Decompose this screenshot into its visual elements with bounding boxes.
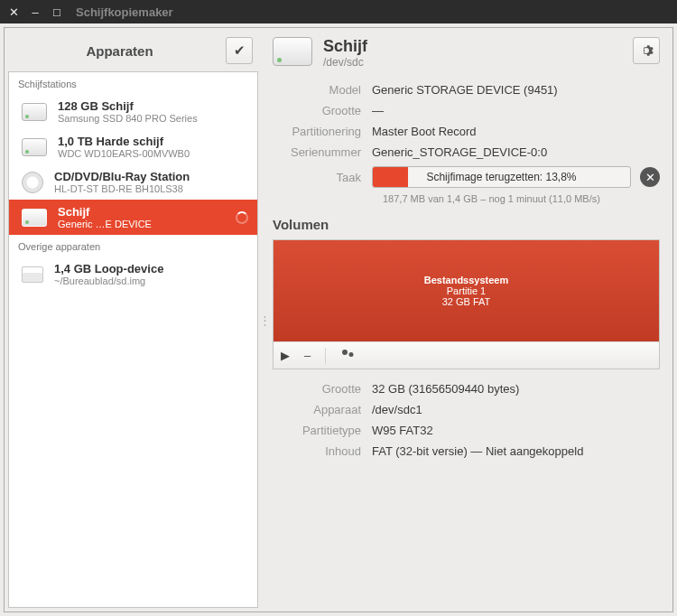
volume-frame: Bestandssysteem Partitie 1 32 GB FAT ▶ – (273, 239, 660, 369)
busy-spinner-icon (236, 211, 248, 224)
device-list: Schijfstations 128 GB Schijf Samsung SSD… (8, 71, 258, 608)
device-item-hdd[interactable]: 1,0 TB Harde schijf WDC WD10EARS-00MVWB0 (9, 129, 257, 164)
value-vol-ptype: W95 FAT32 (372, 424, 660, 437)
task-status-text: 187,7 MB van 1,4 GB – nog 1 minuut (11,0… (383, 193, 660, 204)
gears-icon (340, 348, 355, 360)
app-window: Apparaten ✔ Schijfstations 128 GB Schijf… (4, 27, 673, 612)
disc-icon (22, 172, 43, 193)
task-progress-bar: Schijfimage terugzetten: 13,8% (372, 166, 631, 188)
label-vol-device: Apparaat (273, 403, 372, 416)
minus-icon: – (304, 349, 311, 362)
volume-fs-title: Bestandssysteem (424, 275, 509, 285)
window-close-button[interactable]: ✕ (7, 5, 20, 18)
volume-size-label: 32 GB FAT (442, 296, 491, 307)
task-progress-label: Schijfimage terugzetten: 13,8% (373, 167, 630, 187)
device-name: CD/DVD/Blu-Ray Station (54, 170, 248, 183)
play-icon: ▶ (281, 349, 290, 362)
value-size: — (372, 104, 660, 117)
device-name: 1,4 GB Loop-device (54, 262, 248, 275)
label-vol-content: Inhoud (273, 444, 372, 458)
device-sub: HL-DT-ST BD-RE BH10LS38 (54, 183, 248, 194)
value-vol-content: FAT (32-bit versie) — Niet aangekoppeld (372, 444, 660, 458)
value-partitioning: Master Boot Record (372, 125, 660, 138)
window-minimize-button[interactable]: – (29, 5, 42, 18)
volume-gears-button[interactable] (340, 348, 355, 363)
loop-device-icon (22, 266, 43, 283)
gear-icon (639, 43, 654, 58)
window-title: Schijfkopiemaker (76, 5, 173, 19)
drive-icon (273, 37, 312, 66)
sidebar: Apparaten ✔ Schijfstations 128 GB Schijf… (5, 28, 262, 611)
detail-subtitle: /dev/sdc (323, 56, 633, 69)
detail-pane: Schijf /dev/sdc Model Generic STORAGE DE… (267, 28, 672, 611)
volume-part-label: Partitie 1 (447, 285, 486, 296)
label-size: Grootte (273, 104, 372, 117)
device-name: 128 GB Schijf (58, 99, 248, 113)
label-vol-size: Grootte (273, 382, 372, 396)
value-model: Generic STORAGE DEVICE (9451) (372, 83, 660, 97)
volumes-heading: Volumen (273, 217, 660, 232)
window-titlebar: ✕ – □ Schijfkopiemaker (0, 0, 677, 23)
cancel-icon: ✕ (645, 171, 655, 184)
toolbar-separator (325, 348, 326, 364)
device-sub: WDC WD10EARS-00MVWB0 (58, 148, 248, 159)
drive-settings-button[interactable] (633, 37, 660, 64)
device-sub: Samsung SSD 840 PRO Series (58, 113, 248, 124)
value-vol-size: 32 GB (31656509440 bytes) (372, 382, 660, 396)
device-name: 1,0 TB Harde schijf (58, 135, 248, 148)
hdd-icon (22, 138, 47, 156)
device-sub: Generic …E DEVICE (58, 219, 225, 229)
sidebar-confirm-button[interactable]: ✔ (226, 37, 253, 64)
device-sub: ~/Bureaublad/sd.img (54, 275, 248, 286)
volume-partition[interactable]: Bestandssysteem Partitie 1 32 GB FAT (274, 240, 659, 341)
task-cancel-button[interactable]: ✕ (640, 167, 660, 187)
volume-toolbar: ▶ – (274, 341, 659, 369)
device-item-ssd[interactable]: 128 GB Schijf Samsung SSD 840 PRO Series (9, 94, 257, 129)
label-task: Taak (273, 171, 372, 184)
label-serial: Serienummer (273, 145, 372, 159)
mount-button[interactable]: ▶ (281, 349, 290, 362)
window-maximize-button[interactable]: □ (51, 5, 63, 18)
device-item-optical[interactable]: CD/DVD/Blu-Ray Station HL-DT-ST BD-RE BH… (9, 164, 257, 200)
value-serial: Generic_STORAGE_DEVICE-0:0 (372, 145, 660, 159)
hdd-icon (22, 209, 47, 227)
sidebar-title: Apparaten (14, 43, 226, 59)
label-vol-ptype: Partitietype (273, 424, 372, 437)
device-item-generic[interactable]: Schijf Generic …E DEVICE (9, 200, 257, 235)
hdd-icon (22, 103, 47, 121)
value-vol-device: /dev/sdc1 (372, 403, 660, 416)
detail-title: Schijf (323, 37, 633, 56)
unmount-button[interactable]: – (304, 349, 311, 362)
device-item-loop[interactable]: 1,4 GB Loop-device ~/Bureaublad/sd.img (9, 257, 257, 292)
device-name: Schijf (58, 205, 225, 219)
label-model: Model (273, 83, 372, 97)
list-heading-drives: Schijfstations (9, 72, 257, 94)
list-heading-other: Overige apparaten (9, 235, 257, 257)
label-partitioning: Partitionering (273, 125, 372, 138)
